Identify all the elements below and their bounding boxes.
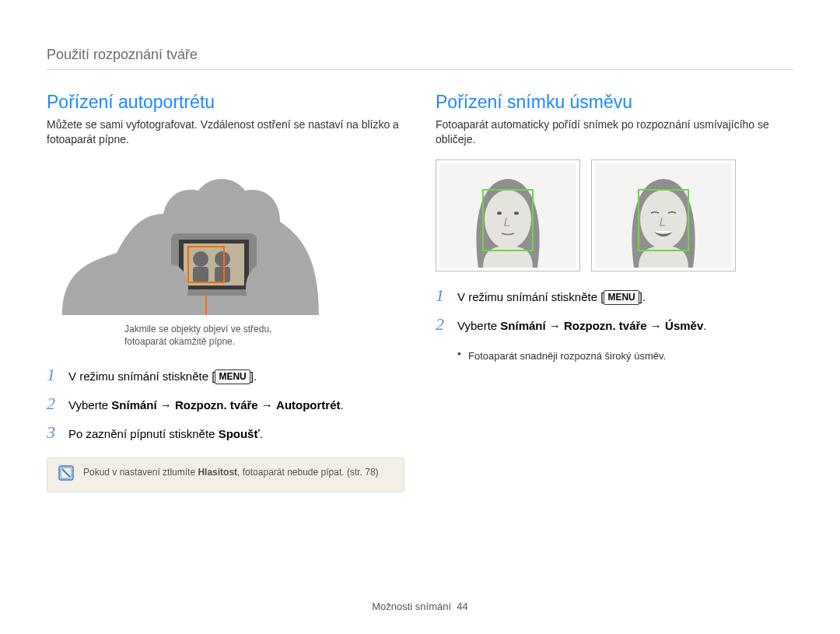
svg-point-5 bbox=[215, 251, 230, 267]
step-text: Po zaznění pípnutí stiskněte Spoušť. bbox=[68, 424, 263, 442]
left-title: Pořízení autoportrétu bbox=[47, 92, 404, 113]
step-text: V režimu snímání stiskněte [MENU]. bbox=[68, 366, 257, 384]
step-row: 1 V režimu snímání stiskněte [MENU]. bbox=[436, 287, 793, 305]
svg-rect-6 bbox=[215, 267, 230, 282]
smile-images bbox=[436, 159, 793, 271]
svg-point-10 bbox=[246, 264, 280, 311]
info-icon bbox=[58, 465, 74, 484]
menu-button-icon: MENU bbox=[215, 370, 250, 384]
page-header: Použití rozpoznání tváře bbox=[47, 47, 793, 70]
selfportrait-illustration bbox=[47, 159, 404, 315]
menu-button-icon: MENU bbox=[604, 290, 639, 305]
step-text: Vyberte Snímání → Rozpozn. tváře → Úsměv… bbox=[457, 316, 706, 334]
svg-point-3 bbox=[193, 251, 208, 267]
note-text: Pokud v nastavení ztlumíte Hlasitost, fo… bbox=[83, 466, 379, 479]
right-column: Pořízení snímku úsměvu Fotoaparát automa… bbox=[436, 92, 793, 492]
step-row: 1 V režimu snímání stiskněte [MENU]. bbox=[47, 366, 404, 384]
step-number: 1 bbox=[47, 366, 68, 384]
right-bullets: Fotoaparát snadněji rozpozná široký úsmě… bbox=[457, 349, 793, 363]
svg-line-12 bbox=[62, 469, 70, 477]
step-number: 1 bbox=[436, 287, 457, 304]
step-row: 2 Vyberte Snímání → Rozpozn. tváře → Aut… bbox=[47, 395, 404, 413]
svg-rect-4 bbox=[193, 267, 208, 282]
svg-point-9 bbox=[154, 264, 188, 311]
smile-image-smiling bbox=[591, 159, 736, 271]
right-title: Pořízení snímku úsměvu bbox=[436, 92, 793, 113]
svg-point-17 bbox=[514, 212, 519, 215]
note-box: Pokud v nastavení ztlumíte Hlasitost, fo… bbox=[47, 457, 404, 492]
svg-point-15 bbox=[485, 190, 531, 249]
left-steps: 1 V režimu snímání stiskněte [MENU]. 2 V… bbox=[47, 366, 404, 442]
right-steps: 1 V režimu snímání stiskněte [MENU]. 2 V… bbox=[436, 287, 793, 334]
left-column: Pořízení autoportrétu Můžete se sami vyf… bbox=[47, 92, 404, 492]
two-columns: Pořízení autoportrétu Můžete se sami vyf… bbox=[47, 92, 793, 492]
step-row: 2 Vyberte Snímání → Rozpozn. tváře → Úsm… bbox=[436, 316, 793, 334]
illustration-caption: Jakmile se objekty objeví ve středu, fot… bbox=[124, 323, 404, 348]
bullet-item: Fotoaparát snadněji rozpozná široký úsmě… bbox=[457, 349, 793, 363]
manual-page: Použití rozpoznání tváře Pořízení autopo… bbox=[0, 0, 840, 634]
svg-point-16 bbox=[497, 212, 502, 215]
step-number: 3 bbox=[47, 424, 68, 441]
step-row: 3 Po zaznění pípnutí stiskněte Spoušť. bbox=[47, 424, 404, 442]
step-number: 2 bbox=[47, 395, 68, 412]
page-footer: Možnosti snímání 44 bbox=[0, 601, 840, 612]
step-number: 2 bbox=[436, 316, 457, 333]
right-intro: Fotoaparát automaticky pořídí snímek po … bbox=[436, 117, 793, 147]
smile-image-neutral bbox=[436, 159, 580, 271]
step-text: Vyberte Snímání → Rozpozn. tváře → Autop… bbox=[68, 395, 344, 413]
step-text: V režimu snímání stiskněte [MENU]. bbox=[457, 287, 646, 305]
svg-point-20 bbox=[640, 190, 687, 249]
svg-rect-2 bbox=[184, 243, 244, 285]
left-intro: Můžete se sami vyfotografovat. Vzdálenos… bbox=[47, 117, 404, 147]
